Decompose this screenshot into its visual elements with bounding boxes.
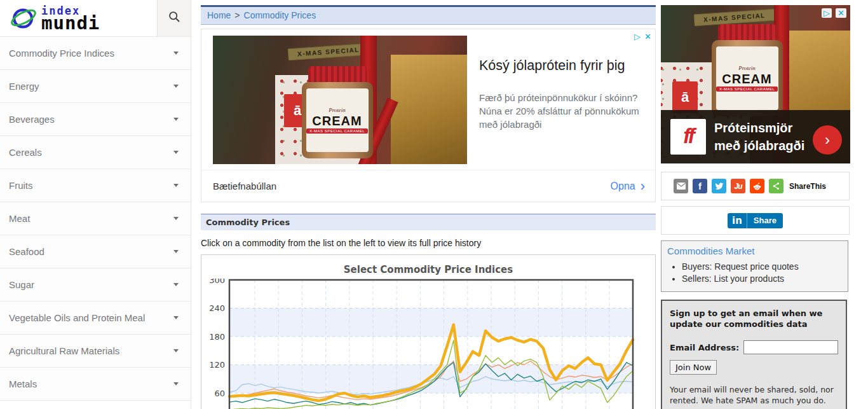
sidebar-item-seafood[interactable]: Seafood [0,235,191,268]
share-toolbar: f Ju ShareThis [661,172,850,200]
ad-close-icon[interactable]: ✕ [836,8,846,18]
commodities-market-box: Commodities Market Buyers: Request price… [661,240,848,292]
svg-text:300: 300 [209,279,225,285]
ad-headline[interactable]: Kósý jólaprótein fyrir þig [479,57,665,74]
ad-gold-box-graphic [391,55,467,164]
email-field[interactable] [743,340,838,354]
sharethis-label: ShareThis [789,182,826,191]
section-header: Commodity Prices [201,214,656,230]
ad-close-icon[interactable]: ✕ [644,32,651,41]
reddit-share-icon[interactable] [750,179,764,193]
chevron-down-icon [173,118,179,121]
ad-copy: Kósý jólaprótein fyrir þig Færð þú próte… [479,57,665,131]
sharethis-icon[interactable] [769,179,783,193]
sellers-link[interactable]: Sellers: List your products [682,274,848,284]
main-column: Home>Commodity Prices ▷ ✕ ā X-MAS SPECIA… [201,0,656,409]
sidebar-item-cereals[interactable]: Cereals [0,136,191,169]
ad-body-text: Færð þú próteinpönnukökur í skóinn? Núna… [479,91,657,131]
chevron-down-icon [173,250,179,253]
chevron-down-icon [173,151,179,154]
sidebar-item-commodity-price-indices[interactable]: Commodity Price Indices [0,37,191,70]
commodities-market-link[interactable]: Commodities Market [661,246,848,256]
ad-jar-graphic: Protein CREAM X-MAS SPECIAL CARAMEL [710,24,783,116]
stumbleupon-share-icon[interactable]: Ju [731,179,745,193]
commodity-price-chart: Select Commodity Price Indices 300240180… [201,254,656,409]
sidebar-item-sugar[interactable]: Sugar [0,268,191,302]
svg-text:60: 60 [214,389,225,398]
right-sidebar: ā X-MAS SPECIAL Protein CREAM X-MAS SPEC… [661,0,868,409]
ad-image[interactable]: ā X-MAS SPECIAL Protein CREAM X-MAS SPEC… [213,36,467,164]
chevron-right-icon: › [825,131,830,149]
twitter-share-icon[interactable] [712,179,726,193]
svg-text:240: 240 [209,303,225,313]
email-share-icon[interactable] [674,179,688,193]
chevron-down-icon [173,316,179,319]
advertiser-logo: ff [670,119,706,155]
chevron-down-icon [173,283,179,286]
commodity-category-menu: Commodity Price Indices Energy Beverages… [0,36,191,401]
sidebar-item-fruits[interactable]: Fruits [0,169,191,202]
adchoices-controls: ▷ ✕ [634,32,651,41]
buyers-link[interactable]: Buyers: Request price quotes [682,261,848,272]
ad-overlay: ff Próteinsmjör með jólabragði › [661,110,850,163]
ad-advertiser: Bætiefnabúllan [213,181,276,191]
breadcrumb: Home>Commodity Prices [201,5,656,25]
left-sidebar: index mundi Commodity Price Indices Ener… [0,0,191,409]
ad-open-button[interactable]: Opna › [611,181,645,192]
logo-mundi-text: mundi [41,14,100,32]
svg-text:120: 120 [209,360,225,370]
chevron-down-icon [173,184,179,187]
chevron-down-icon [173,52,179,55]
ad-footer: Bætiefnabúllan Opna › [201,170,655,202]
chevron-right-icon: › [641,181,645,191]
ad-banner-text: X-MAS SPECIAL [287,43,369,61]
ad-overlay-text: Próteinsmjör með jólabragði [714,119,804,155]
sidebar-item-agricultural-raw-materials[interactable]: Agricultural Raw Materials [0,335,191,368]
globe-icon [10,4,38,34]
right-ad-banner[interactable]: ā X-MAS SPECIAL Protein CREAM X-MAS SPEC… [661,5,850,163]
breadcrumb-separator: > [234,10,240,20]
sidebar-item-beverages[interactable]: Beverages [0,103,191,136]
signup-disclaimer: Your email will never be shared, sold, n… [670,384,838,406]
signup-heading: Sign up to get an email when we update o… [670,308,838,329]
instruction-text: Click on a commodity from the list on th… [201,238,656,248]
sidebar-item-meat[interactable]: Meat [0,202,191,235]
main-ad-banner[interactable]: ▷ ✕ ā X-MAS SPECIAL Protein CREAM X-MAS … [201,29,656,202]
breadcrumb-current[interactable]: Commodity Prices [244,10,316,20]
search-icon [168,10,181,26]
linkedin-share-box: in Share [661,206,850,235]
chevron-down-icon [173,85,179,88]
section-title: Commodity Prices [206,218,290,227]
sidebar-item-energy[interactable]: Energy [0,70,191,103]
ad-arrow-button[interactable]: › [813,125,842,155]
email-label: Email Address: [670,343,739,352]
svg-text:180: 180 [209,332,225,342]
ad-box-letter: ā [672,81,698,113]
adchoices-controls: ▷ ✕ [822,8,846,18]
sidebar-item-metals[interactable]: Metals [0,368,191,401]
search-button[interactable] [157,0,191,36]
email-signup-box: Sign up to get an email when we update o… [661,300,847,409]
linkedin-share-button[interactable]: in Share [728,213,783,228]
chart-title: Select Commodity Price Indices [201,264,655,275]
linkedin-icon: in [728,213,747,228]
brand-bar: index mundi [0,0,191,36]
chart-plot-area: 30024018012060 [201,279,655,409]
ad-jar-graphic: Protein CREAM X-MAS SPECIAL CARAMEL [301,66,374,158]
sidebar-item-vegetable-oils[interactable]: Vegetable Oils and Protein Meal [0,302,191,335]
chevron-down-icon [173,217,179,220]
adchoices-icon[interactable]: ▷ [822,8,832,18]
facebook-share-icon[interactable]: f [693,179,707,193]
chevron-down-icon [173,349,179,352]
breadcrumb-home-link[interactable]: Home [207,10,231,20]
chevron-down-icon [173,382,179,385]
adchoices-icon[interactable]: ▷ [634,32,641,41]
join-now-button[interactable]: Join Now [670,360,717,375]
